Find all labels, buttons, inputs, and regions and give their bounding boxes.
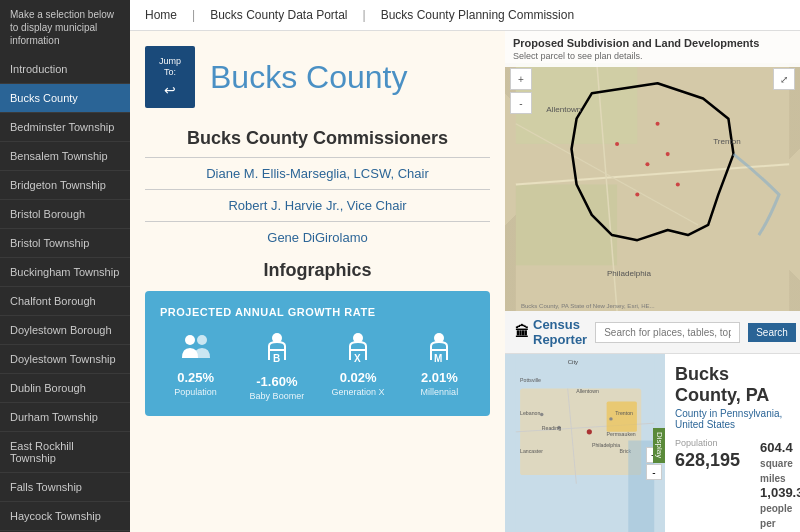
svg-point-0 [185,335,195,345]
svg-text:Permsauken: Permsauken [607,431,636,437]
nav-home[interactable]: Home [145,8,177,22]
census-population-label: Population [675,438,740,448]
boomer-figure: B [259,330,295,366]
census-map: City Pottsville Allentown Lebanon Readin… [505,354,665,532]
census-info: Bucks County, PA County in Pennsylvania,… [665,354,800,532]
growth-percent-2: 0.02% [323,370,394,385]
svg-point-32 [587,429,592,434]
nav-planning[interactable]: Bucks County Planning Commission [381,8,574,22]
commissioner-2[interactable]: Gene DiGirolamo [145,230,490,245]
sidebar-item-chalfont[interactable]: Chalfont Borough [0,287,130,316]
content-split: Jump To: ↩ Bucks County Bucks County Com… [130,31,800,532]
sidebar-item-doylestown-township[interactable]: Doylestown Township [0,345,130,374]
sidebar-item-dublin[interactable]: Dublin Borough [0,374,130,403]
growth-item-3: M 2.01%Millennial [404,330,475,401]
sidebar-item-east-rockhill[interactable]: East Rockhill Township [0,432,130,473]
map-background: Allentown Trenton Philadelphia Bucks Cou… [505,63,800,311]
map-tools-left: + - [510,68,532,114]
sidebar-item-doylestown-borough[interactable]: Doylestown Borough [0,316,130,345]
growth-percent-3: 2.01% [404,370,475,385]
sidebar-item-bristol-borough[interactable]: Bristol Borough [0,200,130,229]
info-panel: Jump To: ↩ Bucks County Bucks County Com… [130,31,505,532]
growth-percent-1: -1.60% [241,374,312,389]
svg-text:Lebanon: Lebanon [520,410,540,416]
sidebar-item-bedminster[interactable]: Bedminster Township [0,113,130,142]
map-section: Proposed Subdivision and Land Developmen… [505,31,800,311]
growth-rate-title: PROJECTED ANNUAL GROWTH RATE [160,306,475,318]
divider-1 [145,157,490,158]
svg-text:Lancaster: Lancaster [520,448,543,454]
census-header: 🏛 Census Reporter Search [505,311,800,354]
svg-text:Trenton: Trenton [713,137,741,146]
sidebar-item-bristol-township[interactable]: Bristol Township [0,229,130,258]
map-container[interactable]: Allentown Trenton Philadelphia Bucks Cou… [505,63,800,311]
census-stat-area: 604.4 square miles 1,039.3 people per sq… [760,438,800,532]
sidebar-item-bridgeton[interactable]: Bridgeton Township [0,171,130,200]
svg-text:Allentown: Allentown [546,105,581,114]
svg-text:City: City [568,359,579,365]
infographics-title: Infographics [145,260,490,281]
growth-item-1: B -1.60%Baby Boomer [241,330,312,401]
growth-label-3: Millennial [404,387,475,397]
svg-point-33 [609,417,612,420]
map-zoom-out[interactable]: - [510,92,532,114]
svg-point-22 [656,122,660,126]
census-search-input[interactable] [595,322,740,343]
sidebar-item-buckingham[interactable]: Buckingham Township [0,258,130,287]
sidebar-item-bensalem[interactable]: Bensalem Township [0,142,130,171]
census-area-unit: square miles [760,458,793,484]
display-button[interactable]: Display [653,428,665,462]
svg-text:Reading: Reading [542,425,561,431]
svg-point-1 [197,335,207,345]
county-title: Bucks County [210,59,407,96]
sidebar-header: Make a selection below to display munici… [0,0,130,55]
top-nav: Home | Bucks County Data Portal | Bucks … [130,0,800,31]
map-expand[interactable]: ⤢ [773,68,795,90]
sidebar-item-bucks-county[interactable]: Bucks County [0,84,130,113]
growth-rate-box: PROJECTED ANNUAL GROWTH RATE 0.25%Popula… [145,291,490,416]
nav-data-portal[interactable]: Bucks County Data Portal [210,8,347,22]
growth-percent-0: 0.25% [160,370,231,385]
sidebar-item-durham[interactable]: Durham Township [0,403,130,432]
census-logo-text: Census Reporter [533,317,587,347]
sidebar-item-introduction[interactable]: Introduction [0,55,130,84]
millennial-figure: M [421,330,457,366]
jump-to-box[interactable]: Jump To: ↩ [145,46,195,108]
svg-text:B: B [273,353,280,364]
jump-to-icon: ↩ [153,82,187,99]
sidebar-item-haycock[interactable]: Haycock Township [0,502,130,531]
svg-text:Bucks County, PA State of New : Bucks County, PA State of New Jersey, Es… [521,303,655,309]
growth-label-0: Population [160,387,231,397]
census-county-name: Bucks County, PA [675,364,790,406]
map-subtitle: Select parcel to see plan details. [513,51,643,61]
census-logo: 🏛 Census Reporter [515,317,587,347]
main-content: Home | Bucks County Data Portal | Bucks … [130,0,800,532]
census-stat-population: Population 628,195 [675,438,740,532]
svg-point-17 [615,142,619,146]
census-search-button[interactable]: Search [748,323,796,342]
map-tools-right: ⤢ [773,68,795,90]
county-outline-svg: Allentown Trenton Philadelphia Bucks Cou… [505,63,800,311]
svg-point-21 [635,193,639,197]
commissioner-0[interactable]: Diane M. Ellis-Marseglia, LCSW, Chair [145,166,490,181]
growth-icon-boomer: B [241,330,312,374]
commissioners-title: Bucks County Commissioners [145,128,490,149]
census-zoom-out[interactable]: - [646,464,662,480]
census-population-value: 628,195 [675,450,740,471]
commissioner-1[interactable]: Robert J. Harvie Jr., Vice Chair [145,198,490,213]
people-icon [178,330,214,366]
growth-item-0: 0.25%Population [160,330,231,401]
svg-text:Pottsville: Pottsville [520,377,541,383]
svg-point-18 [645,162,649,166]
sidebar-item-falls[interactable]: Falls Township [0,473,130,502]
commissioners-section: Bucks County Commissioners Diane M. Elli… [145,128,490,245]
map-title: Proposed Subdivision and Land Developmen… [505,31,800,67]
commissioner-divider-0 [145,189,490,190]
census-area-value: 604.4 square miles [760,440,800,485]
svg-point-19 [666,152,670,156]
map-zoom-in[interactable]: + [510,68,532,90]
svg-text:Philadelphia: Philadelphia [592,442,620,448]
svg-text:Trenton: Trenton [615,410,633,416]
census-density-unit: people per square mile [760,503,793,532]
svg-rect-12 [516,63,637,144]
